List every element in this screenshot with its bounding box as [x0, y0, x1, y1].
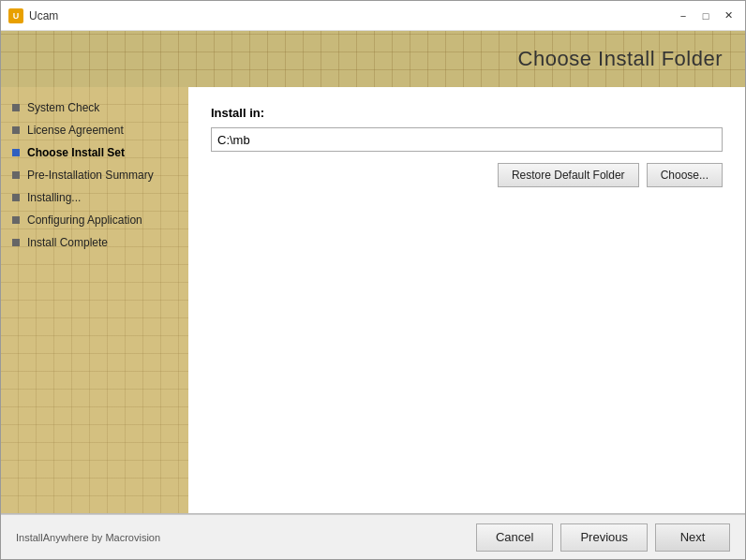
- bullet-pre-installation-summary: [10, 169, 22, 181]
- restore-default-button[interactable]: Restore Default Folder: [498, 163, 639, 187]
- footer-brand: InstallAnywhere by Macrovision: [16, 532, 476, 543]
- footer: InstallAnywhere by Macrovision Cancel Pr…: [1, 514, 745, 559]
- sidebar: System Check License Agreement Choose In…: [1, 87, 188, 513]
- header-area: Choose Install Folder: [1, 31, 745, 87]
- next-button[interactable]: Next: [655, 523, 730, 552]
- maximize-button[interactable]: □: [696, 7, 715, 25]
- sidebar-item-choose-install-set[interactable]: Choose Install Set: [1, 141, 188, 164]
- main-content: System Check License Agreement Choose In…: [1, 87, 745, 513]
- sidebar-label-configuring-application: Configuring Application: [27, 214, 142, 227]
- sidebar-item-system-check[interactable]: System Check: [1, 96, 188, 119]
- footer-buttons: Cancel Previous Next: [476, 523, 730, 552]
- previous-button[interactable]: Previous: [560, 523, 648, 552]
- cancel-button[interactable]: Cancel: [476, 523, 553, 552]
- bullet-configuring-application: [10, 214, 22, 226]
- close-button[interactable]: ✕: [719, 7, 738, 25]
- main-window: U Ucam − □ ✕ Choose Install Folder Syste…: [0, 0, 746, 560]
- sidebar-label-pre-installation-summary: Pre-Installation Summary: [27, 169, 154, 182]
- bullet-license-agreement: [10, 125, 22, 136]
- sidebar-label-license-agreement: License Agreement: [27, 124, 124, 137]
- sidebar-label-system-check: System Check: [27, 101, 99, 114]
- window-title: Ucam: [29, 9, 674, 22]
- sidebar-item-pre-installation-summary[interactable]: Pre-Installation Summary: [1, 164, 188, 186]
- window-controls: − □ ✕: [674, 7, 738, 25]
- buttons-row: Restore Default Folder Choose...: [211, 163, 723, 187]
- bullet-install-complete: [10, 237, 22, 248]
- content-panel: Install in: Restore Default Folder Choos…: [188, 87, 745, 513]
- sidebar-item-configuring-application[interactable]: Configuring Application: [1, 209, 188, 231]
- install-path-input[interactable]: [211, 127, 723, 152]
- sidebar-label-installing: Installing...: [27, 191, 81, 204]
- sidebar-label-choose-install-set: Choose Install Set: [27, 146, 125, 159]
- bullet-installing: [10, 192, 22, 203]
- sidebar-item-license-agreement[interactable]: License Agreement: [1, 119, 188, 141]
- app-icon: U: [8, 8, 23, 23]
- install-path-row: [211, 127, 723, 152]
- bullet-system-check: [10, 102, 22, 113]
- bullet-choose-install-set: [10, 147, 22, 158]
- install-in-label: Install in:: [211, 106, 723, 120]
- minimize-button[interactable]: −: [674, 7, 693, 25]
- sidebar-label-install-complete: Install Complete: [27, 236, 108, 249]
- choose-button[interactable]: Choose...: [647, 163, 723, 187]
- title-bar: U Ucam − □ ✕: [1, 1, 745, 31]
- sidebar-item-installing[interactable]: Installing...: [1, 186, 188, 209]
- page-title: Choose Install Folder: [518, 47, 723, 71]
- sidebar-item-install-complete[interactable]: Install Complete: [1, 231, 188, 254]
